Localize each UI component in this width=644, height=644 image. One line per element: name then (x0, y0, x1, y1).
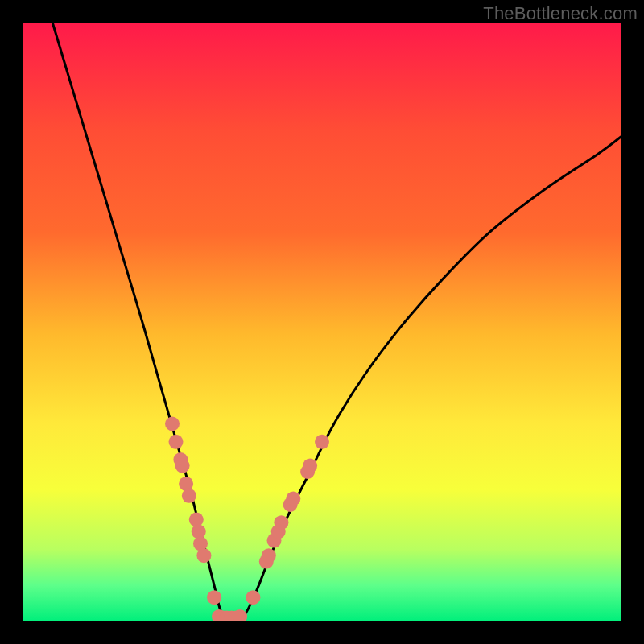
data-marker (165, 417, 180, 431)
black-frame: TheBottleneck.com (0, 0, 644, 644)
data-marker (262, 548, 276, 563)
plot-area (23, 23, 621, 621)
data-marker (207, 590, 221, 605)
data-marker (189, 513, 204, 527)
data-marker (175, 459, 190, 473)
data-marker (169, 435, 184, 449)
data-marker (303, 459, 317, 473)
gradient-bg (23, 23, 621, 621)
data-marker (182, 489, 196, 503)
data-marker (196, 548, 211, 563)
data-marker (286, 492, 300, 506)
data-marker (274, 515, 288, 530)
data-marker (315, 435, 329, 449)
data-marker (246, 590, 260, 605)
chart-svg (23, 23, 621, 621)
attribution-text: TheBottleneck.com (483, 3, 638, 24)
